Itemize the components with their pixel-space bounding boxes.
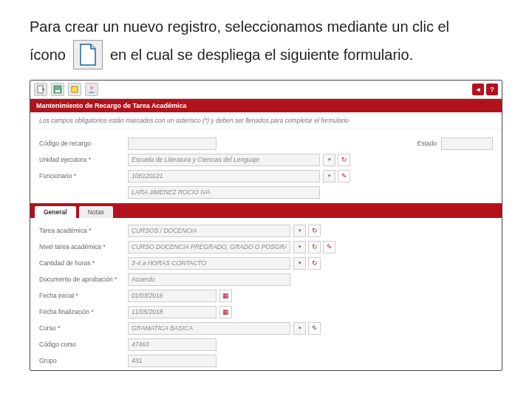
codigo-recargo-input[interactable] [128,137,216,150]
instruction-text: Para crear un nuevo registro, selecciona… [30,13,502,69]
fecha-fin-label: Fecha finalización * [39,308,128,316]
curso-input[interactable] [128,322,290,335]
funcionario-id-input[interactable] [128,170,320,183]
curso-dropdown-icon[interactable]: ▾ [293,322,306,335]
horas-input[interactable] [128,257,290,270]
estado-label: Estado [417,140,437,147]
tab-general[interactable]: General [35,206,76,218]
fecha-ini-input[interactable] [128,290,216,302]
funcionario-label: Funcionario * [39,172,128,180]
instruction-line2: en el cual se despliega el siguiente for… [110,41,413,68]
tarea-label: Tarea académica * [39,227,128,234]
tarea-refresh-icon[interactable]: ↻ [308,225,321,237]
app-toolbar: ◂ ? [30,81,502,99]
nivel-dropdown-icon[interactable]: ▾ [293,241,306,253]
funcionario-name-input [128,186,320,199]
svg-point-4 [90,86,93,89]
tarea-dropdown-icon[interactable]: ▾ [293,225,306,237]
toolbar-help-icon[interactable]: ? [486,83,498,95]
codigo-recargo-label: Código de recargo [39,140,128,147]
horas-dropdown-icon[interactable]: ▾ [293,257,306,270]
unidad-label: Unidad ejecutora * [39,156,128,163]
app-title: Mantenimiento de Recargo de Tarea Académ… [30,99,502,112]
nivel-refresh-icon[interactable]: ↻ [308,241,321,253]
toolbar-user-icon[interactable] [85,83,98,96]
estado-box [441,137,493,150]
toolbar-new-icon[interactable] [34,83,47,96]
required-note: Los campos obligatorios están marcados c… [30,112,502,129]
instruction-icon-word: ícono [30,41,66,68]
toolbar-attach-icon[interactable] [68,83,81,96]
unidad-dropdown-icon[interactable]: ▾ [323,154,335,166]
grupo-input[interactable] [128,355,216,367]
fecha-ini-label: Fecha inicial * [39,292,128,299]
svg-rect-3 [72,86,78,92]
codcurso-input [128,338,216,351]
fecha-fin-calendar-icon[interactable]: ▦ [219,306,232,318]
instruction-line1: Para crear un nuevo registro, selecciona… [30,13,502,40]
doc-label: Documento de aprobación * [39,276,128,283]
tab-bar: General Notas [30,203,502,218]
app-window: ◂ ? Mantenimiento de Recargo de Tarea Ac… [30,80,502,371]
codcurso-label: Código curso [39,341,128,348]
funcionario-dropdown-icon[interactable]: ▾ [323,170,335,183]
doc-input[interactable] [128,273,290,286]
curso-edit-icon[interactable]: ✎ [308,322,321,335]
svg-rect-2 [55,90,60,92]
nivel-edit-icon[interactable]: ✎ [323,241,335,253]
toolbar-save-icon[interactable] [51,83,64,96]
unidad-input[interactable] [128,154,320,166]
tab-notas[interactable]: Notas [79,206,113,218]
funcionario-edit-icon[interactable]: ✎ [338,170,350,183]
grupo-label: Grupo [39,357,128,364]
nivel-input[interactable] [128,241,290,253]
nivel-label: Nivel tarea académica * [39,243,128,250]
new-record-icon [73,40,103,69]
tarea-input[interactable] [128,225,290,237]
svg-rect-0 [38,86,43,93]
fecha-ini-calendar-icon[interactable]: ▦ [219,290,232,302]
curso-label: Curso * [39,324,128,332]
horas-refresh-icon[interactable]: ↻ [308,257,321,270]
horas-label: Cantidad de horas * [39,259,128,267]
unidad-refresh-icon[interactable]: ↻ [338,154,350,166]
fecha-fin-input[interactable] [128,306,216,318]
toolbar-back-icon[interactable]: ◂ [472,83,484,95]
